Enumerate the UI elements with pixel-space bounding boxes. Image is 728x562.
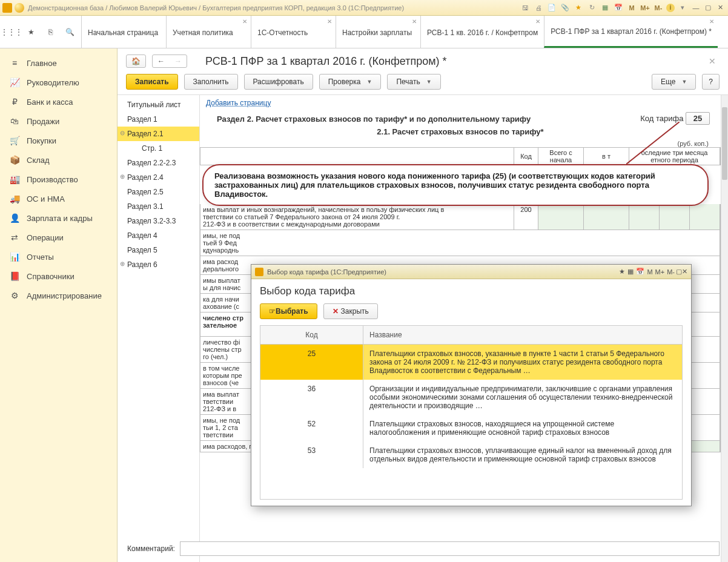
toolbar-mplus-icon[interactable]: M+ [640,2,650,13]
tree-section-6[interactable]: ⊕Раздел 6 [117,257,199,272]
tariff-code-input[interactable]: 25 [686,112,710,125]
tree-section-2-1[interactable]: ⊖Раздел 2.1 [117,127,199,141]
tariff-row-25[interactable]: 25Плательщики страховых взносов, указанн… [260,345,682,380]
toolbar-save-icon[interactable]: 🖫 [520,2,531,13]
sidebar-item-production[interactable]: 🏭Производство [0,170,117,189]
tree-section-3-1[interactable]: Раздел 3.1 [117,199,199,214]
tree-section-2-2-2-3[interactable]: Раздел 2.2-2.3 [117,156,199,170]
tariff-row-52[interactable]: 52Плательщики страховых взносов, находящ… [260,415,682,441]
dialog-close-button[interactable]: ✕ [682,268,687,276]
dialog-m-icon[interactable]: M [647,268,652,276]
sidebar-item-warehouse[interactable]: 📦Склад [0,150,117,170]
select-button[interactable]: Выбрать [260,303,317,319]
search-icon[interactable]: 🔍 [63,25,76,39]
window-maximize-button[interactable]: ▢ [703,2,713,13]
collapse-icon[interactable]: ⊖ [120,130,125,136]
dialog-mplus-icon[interactable]: M+ [655,268,665,276]
tab-accounting-policy[interactable]: ✕Учетная политика [166,16,251,48]
clipboard-icon[interactable]: ⎘ [44,25,57,39]
help-button[interactable]: ? [702,74,720,90]
write-button[interactable]: Записать [126,74,178,90]
more-button[interactable]: Еще▼ [652,74,696,90]
row-text: тветствии со статьей 7 Федерального зако… [203,213,400,220]
row-cell[interactable] [584,204,629,230]
tree-section-2-4[interactable]: ⊕Раздел 2.4 [117,170,199,185]
sidebar-item-hr[interactable]: 👤Зарплата и кадры [0,208,117,228]
tree-section-1[interactable]: Раздел 1 [117,112,199,127]
tab-salary-settings[interactable]: ✕Настройки зарплаты [336,16,420,48]
tab-close-icon[interactable]: ✕ [242,18,247,25]
tree-title-page[interactable]: Титульный лист [117,98,199,112]
app-orb-icon[interactable] [15,3,24,13]
row-cell[interactable] [690,204,720,230]
col-name-header[interactable]: Название [363,326,682,344]
toolbar-mminus-icon[interactable]: M- [653,2,664,13]
print-button[interactable]: Печать▼ [387,74,440,90]
tab-close-icon[interactable]: ✕ [327,18,332,25]
scroll-thumb[interactable] [722,107,727,180]
add-page-link[interactable]: Добавить страницу [200,95,277,111]
tab-rsv1-current[interactable]: ✕РСВ-1 ПФР за 1 квартал 2016 г. (Конфетп… [544,16,718,48]
nav-forward-button[interactable]: → [170,55,187,67]
nav-back-button[interactable]: ← [153,55,170,67]
tab-rsv1-prev[interactable]: ✕РСВ-1 1 кв. 2016 г. / Конфетпром [420,16,544,48]
dialog-date-icon[interactable]: 📅 [636,268,644,276]
sidebar-item-manager[interactable]: 📈Руководителю [0,73,117,92]
sidebar-item-reports[interactable]: 📊Отчеты [0,247,117,266]
row-cell[interactable] [690,441,720,452]
tree-page-1[interactable]: Стр. 1 [117,141,199,156]
dialog-calc-icon[interactable]: ▦ [627,268,634,276]
sidebar-item-catalogs[interactable]: 📕Справочники [0,266,117,286]
tab-start-page[interactable]: Начальная страница [81,16,166,48]
sidebar-item-admin[interactable]: ⚙Администрирование [0,286,117,305]
toolbar-doc-icon[interactable]: 📄 [546,2,557,13]
sidebar-item-sales[interactable]: 🛍Продажи [0,111,117,131]
toolbar-m-icon[interactable]: M [626,2,637,13]
check-button[interactable]: Проверка▼ [319,74,382,90]
expand-icon[interactable]: ⊕ [120,173,125,180]
toolbar-date-icon[interactable]: 📅 [613,2,624,13]
vertical-scrollbar[interactable] [721,95,728,562]
tree-section-3-2-3-3[interactable]: Раздел 3.2-3.3 [117,214,199,228]
tree-section-5[interactable]: Раздел 5 [117,243,199,257]
window-minimize-button[interactable]: — [690,2,701,13]
apps-grid-icon[interactable]: ⋮⋮⋮ [5,25,18,39]
toolbar-calc-icon[interactable]: ▦ [600,2,611,13]
tab-close-icon[interactable]: ✕ [535,18,540,25]
toolbar-star-icon[interactable]: ★ [573,2,584,13]
tab-close-icon[interactable]: ✕ [709,18,714,25]
comment-input[interactable] [180,541,720,556]
sidebar-item-bank[interactable]: ₽Банк и касса [0,92,117,111]
sidebar-item-main[interactable]: ≡Главное [0,53,117,73]
dialog-maximize-button[interactable]: ▢ [676,268,682,276]
window-close-button[interactable]: ✕ [715,2,726,13]
toolbar-info-icon[interactable]: i [666,4,675,12]
check-label: Проверка [328,78,361,86]
row-cell[interactable] [538,204,584,230]
favorites-star-icon[interactable]: ★ [24,25,38,39]
tariff-row-36[interactable]: 36Организации и индивидуальные предприни… [260,380,682,415]
sidebar-item-purchases[interactable]: 🛒Покупки [0,131,117,150]
decode-button[interactable]: Расшифровать [244,74,313,90]
dialog-mminus-icon[interactable]: M- [667,268,675,276]
tab-1c-reporting[interactable]: ✕1С-Отчетность [251,16,336,48]
expand-icon[interactable]: ⊕ [120,260,125,267]
close-dialog-button[interactable]: ✕Закрыть [323,303,378,319]
tariff-row-53[interactable]: 53Плательщики страховых взносов, уплачив… [260,441,682,468]
tab-close-icon[interactable]: ✕ [412,18,417,25]
toolbar-dropdown-icon[interactable]: ▾ [677,2,688,13]
dialog-star-icon[interactable]: ★ [619,268,625,276]
home-button[interactable]: 🏠 [126,55,146,68]
sidebar-item-operations[interactable]: ⇄Операции [0,228,117,247]
col-code-header[interactable]: Код [260,326,363,344]
toolbar-history-icon[interactable]: ↻ [586,2,597,13]
fill-button[interactable]: Заполнить [184,74,238,90]
tree-section-2-5[interactable]: Раздел 2.5 [117,185,199,199]
tree-section-4[interactable]: Раздел 4 [117,228,199,243]
page-close-button[interactable]: ✕ [705,55,720,67]
row-cell[interactable] [629,204,660,230]
toolbar-clip-icon[interactable]: 📎 [560,2,571,13]
sidebar-item-assets[interactable]: 🚚ОС и НМА [0,189,117,208]
row-cell[interactable] [660,204,690,230]
toolbar-print-icon[interactable]: 🖨 [533,2,544,13]
